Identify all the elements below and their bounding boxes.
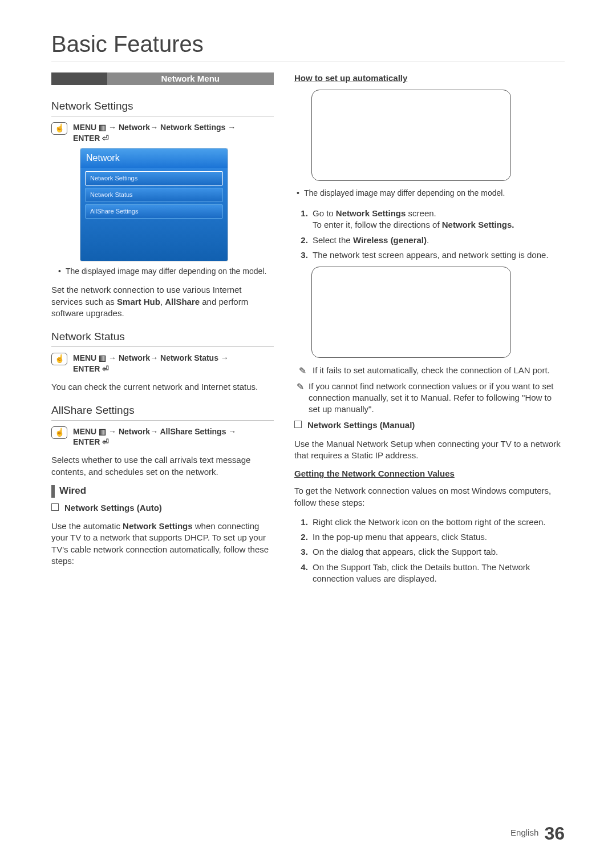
list-item: On the Support Tab, click the Details bu… [310, 560, 565, 587]
heading-getting-values: Getting the Network Connection Values [294, 468, 565, 479]
network-status-desc: You can check the current network and In… [51, 381, 274, 393]
path-segment: → Network→ Network Settings → [108, 123, 236, 132]
list-item: Right click the Network icon on the bott… [310, 515, 565, 530]
note-model-differ: • The displayed image may differ dependi… [58, 266, 274, 277]
remote-icon: ☝ [51, 353, 67, 365]
menu-path-network-status: ☝ MENU ▥ → Network→ Network Status → ENT… [51, 353, 274, 374]
tip-2: ✎ If you cannot find network connection … [297, 381, 565, 416]
heading-allshare-settings: AllShare Settings [51, 403, 274, 421]
path-segment: → Network→ Network Status → [108, 353, 229, 362]
tip-1: ✎ If it fails to set automatically, chec… [297, 365, 565, 377]
tip-text: If it fails to set automatically, check … [313, 365, 550, 377]
allshare-desc: Selects whether to use the call arrivals… [51, 454, 274, 478]
steps-auto-list: Go to Network Settings screen. To enter … [310, 207, 565, 263]
page-title: Basic Features [51, 31, 565, 62]
checkbox-row-auto: Network Settings (Auto) [51, 502, 274, 514]
steps-getting-list: Right click the Network icon on the bott… [310, 515, 565, 587]
tip-text: If you cannot find network connection va… [309, 381, 565, 416]
menu-icon: ▥ [99, 427, 106, 436]
heading-auto-setup: How to set up automatically [294, 72, 565, 84]
left-column: Network Menu Network Settings ☝ MENU ▥ →… [51, 72, 274, 587]
footer-language: English [510, 828, 538, 837]
list-item: In the pop-up menu that appears, click S… [310, 530, 565, 545]
heading-network-settings: Network Settings [51, 99, 274, 116]
enter-icon: ⏎ [102, 437, 109, 446]
menu-icon: ▥ [99, 353, 106, 362]
ui-item-network-settings: Network Settings [85, 171, 223, 186]
checkbox-icon [294, 421, 302, 428]
step-3: The network test screen appears, and net… [310, 248, 565, 263]
band-label: Network Menu [107, 72, 274, 85]
ui-item-network-status: Network Status [85, 188, 223, 202]
enter-icon: ⏎ [102, 134, 109, 143]
note-icon: ✎ [297, 381, 304, 416]
heading-wired: Wired [59, 485, 86, 498]
enter-label: ENTER [73, 364, 100, 373]
note-text: The displayed image may differ depending… [66, 266, 266, 277]
wired-auto-desc: Use the automatic Network Settings when … [51, 521, 274, 567]
page-number: 36 [544, 823, 565, 844]
checkbox-label-manual: Network Settings (Manual) [307, 420, 415, 431]
menu-path-network-settings: ☝ MENU ▥ → Network→ Network Settings → E… [51, 122, 274, 144]
menu-label: MENU [73, 427, 96, 436]
step-2: Select the Wireless (general). [310, 233, 565, 248]
checkbox-row-manual: Network Settings (Manual) [294, 420, 565, 431]
image-placeholder-1 [311, 90, 511, 181]
getting-desc: To get the Network connection values on … [294, 485, 565, 509]
note-icon: ✎ [297, 365, 308, 377]
remote-icon: ☝ [51, 122, 67, 135]
note-text: The displayed image may differ depending… [304, 188, 505, 199]
checkbox-label-auto: Network Settings (Auto) [64, 502, 162, 514]
menu-label: MENU [73, 353, 96, 362]
path-segment: → Network→ AllShare Settings → [108, 427, 236, 436]
list-item: On the dialog that appears, click the Su… [310, 545, 565, 560]
menu-path-allshare: ☝ MENU ▥ → Network→ AllShare Settings → … [51, 426, 274, 448]
ui-item-allshare-settings: AllShare Settings [85, 204, 223, 219]
note-model-differ-2: • The displayed image may differ dependi… [297, 188, 565, 199]
image-placeholder-2 [311, 267, 511, 358]
enter-icon: ⏎ [102, 364, 109, 373]
menu-icon: ▥ [99, 123, 106, 132]
manual-desc: Use the Manual Network Setup when connec… [294, 438, 565, 462]
heading-network-status: Network Status [51, 329, 274, 347]
right-column: How to set up automatically • The displa… [294, 72, 565, 587]
page-footer: English 36 [510, 823, 565, 844]
ui-screenshot-network: Network Network Settings Network Status … [80, 148, 228, 261]
enter-label: ENTER [73, 437, 100, 446]
section-band: Network Menu [51, 72, 274, 85]
remote-icon: ☝ [51, 426, 67, 439]
ui-header: Network [80, 148, 228, 168]
checkbox-icon [51, 503, 59, 511]
network-settings-desc: Set the network connection to use variou… [51, 284, 274, 319]
menu-label: MENU [73, 123, 96, 132]
wired-heading-row: Wired [51, 485, 274, 498]
tag-bar-icon [51, 485, 55, 498]
enter-label: ENTER [73, 134, 100, 143]
step-1: Go to Network Settings screen. To enter … [310, 207, 565, 233]
